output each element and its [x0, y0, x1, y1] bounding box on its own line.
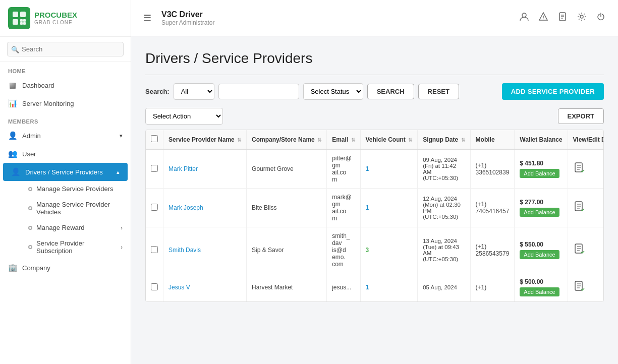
menu-icon[interactable]: ☰ — [143, 13, 151, 24]
header-email: Email ⇅ — [327, 130, 360, 149]
settings-icon[interactable] — [577, 12, 587, 24]
row-checkbox[interactable] — [151, 283, 158, 290]
document-icon[interactable] — [573, 165, 585, 176]
action-select[interactable]: Select Action Delete Selected — [145, 108, 223, 125]
select-all-checkbox[interactable] — [151, 135, 158, 142]
sidebar-sub-item-label: Service Provider Subscription — [36, 239, 117, 255]
header-checkbox-cell — [146, 130, 163, 149]
sidebar-item-label: Admin — [22, 132, 41, 140]
sidebar-item-user[interactable]: 👥 User — [0, 145, 131, 163]
svg-rect-6 — [20, 22, 23, 25]
search-input[interactable] — [218, 84, 299, 99]
signup-date-cell: 05 Aug, 2024 — [418, 273, 470, 302]
search-label: Search: — [145, 88, 170, 95]
document-cell — [568, 189, 604, 227]
signup-date-cell: 12 Aug, 2024 (Mon) at 02:30 PM (UTC:+05:… — [418, 189, 470, 227]
dashboard-icon: ▦ — [8, 81, 17, 90]
sidebar-item-company[interactable]: 🏢 Company — [0, 259, 131, 277]
svg-rect-3 — [13, 19, 18, 25]
main-content: ☰ V3C Driver Super Administrator — [131, 0, 618, 364]
signup-date-cell: 13 Aug, 2024 (Tue) at 09:43 AM (UTC:+05:… — [418, 227, 470, 273]
document-icon[interactable] — [573, 246, 585, 257]
header-company: Company/Store Name ⇅ — [247, 130, 327, 149]
add-balance-button[interactable]: Add Balance — [520, 169, 559, 178]
sidebar-item-label: Dashboard — [22, 82, 54, 89]
sort-icon: ⇅ — [408, 137, 412, 143]
sidebar-item-server-monitoring[interactable]: 📊 Server Monitoring — [0, 94, 131, 112]
export-button[interactable]: EXPORT — [558, 108, 604, 124]
sidebar-item-drivers-service-providers[interactable]: 👤 Drivers / Service Providers ▴ — [3, 163, 128, 181]
logo-icon — [8, 7, 30, 29]
wallet-cell: $ 451.80 Add Balance — [515, 149, 568, 189]
user-icon: 👥 — [8, 149, 17, 158]
row-checkbox[interactable] — [151, 204, 158, 211]
add-service-provider-button[interactable]: ADD SERVICE PROVIDER — [502, 83, 604, 100]
page-title: Drivers / Service Providers — [145, 50, 604, 75]
sidebar-sub-item-manage-vehicles[interactable]: Manage Service Provider Vehicles — [20, 197, 131, 220]
svg-point-10 — [543, 19, 544, 20]
sidebar-sub-item-label: Manage Reward — [36, 224, 84, 231]
vehicle-count-cell: 1 — [360, 149, 418, 189]
vehicle-count-cell: 3 — [360, 227, 418, 273]
page-content: Drivers / Service Providers Search: All … — [131, 36, 618, 364]
svg-rect-1 — [13, 12, 18, 17]
section-label-members: MEMBERS — [0, 112, 131, 127]
row-checkbox[interactable] — [151, 246, 158, 253]
power-icon[interactable] — [596, 12, 606, 24]
document-cell — [568, 273, 604, 302]
document-icon[interactable] — [557, 12, 568, 24]
email-cell: pitter@gmail.com — [327, 149, 360, 189]
chevron-down-icon: ▾ — [120, 133, 123, 139]
company-cell: Bite Bliss — [247, 189, 327, 227]
provider-name-link[interactable]: Mark Joseph — [168, 204, 203, 211]
provider-name-link[interactable]: Jesus V — [168, 284, 190, 291]
company-cell: Gourmet Grove — [247, 149, 327, 189]
svg-point-8 — [522, 13, 526, 17]
brand-name: PROCUBEX — [34, 11, 77, 20]
header-mobile: Mobile — [470, 130, 515, 149]
sidebar-sub-item-manage-service-providers[interactable]: Manage Service Providers — [20, 181, 131, 197]
chevron-right-icon: › — [121, 244, 123, 250]
row-checkbox[interactable] — [151, 165, 158, 172]
document-icon[interactable] — [573, 283, 585, 294]
mobile-cell: (+1) — [470, 273, 515, 302]
sidebar-sub-item-manage-reward[interactable]: Manage Reward › — [20, 220, 131, 235]
status-select[interactable]: Select Status Active Inactive — [303, 83, 363, 100]
company-cell: Sip & Savor — [247, 227, 327, 273]
reset-button[interactable]: RESET — [418, 84, 459, 99]
sidebar-item-label: User — [22, 150, 36, 158]
vehicle-count-cell: 1 — [360, 189, 418, 227]
sidebar-item-label: Drivers / Service Providers — [25, 168, 103, 176]
svg-rect-7 — [23, 22, 26, 25]
brand-tagline: GRAB CLONE — [34, 20, 77, 25]
document-icon[interactable] — [573, 204, 585, 215]
search-button[interactable]: SEARCH — [367, 84, 414, 99]
header-name: Service Provider Name ⇅ — [163, 130, 247, 149]
sidebar-item-admin[interactable]: 👤 Admin ▾ — [0, 127, 131, 145]
sidebar-search-input[interactable] — [7, 42, 124, 56]
provider-name-link[interactable]: Mark Pitter — [168, 165, 198, 172]
sidebar-item-dashboard[interactable]: ▦ Dashboard — [0, 76, 131, 94]
sidebar-sub-item-label: Manage Service Providers — [36, 185, 113, 193]
add-balance-button[interactable]: Add Balance — [520, 250, 559, 259]
sidebar-sub-item-service-provider-subscription[interactable]: Service Provider Subscription › — [20, 235, 131, 259]
header-title: V3C Driver Super Administrator — [161, 10, 513, 26]
provider-name-link[interactable]: Smith Davis — [168, 247, 201, 254]
dot-icon — [28, 206, 32, 210]
add-balance-button[interactable]: Add Balance — [520, 208, 559, 217]
add-balance-button[interactable]: Add Balance — [520, 287, 559, 296]
header-wallet: Wallet Balance — [515, 130, 568, 149]
user-profile-icon[interactable] — [519, 12, 529, 24]
company-icon: 🏢 — [8, 263, 17, 272]
table-row: Jesus V Harvest Market jesus... 1 05 Aug… — [146, 273, 604, 302]
sidebar-sub-item-label: Manage Service Provider Vehicles — [36, 201, 123, 216]
search-category-select[interactable]: All Name Email Mobile — [174, 83, 214, 100]
sort-icon: ⇅ — [461, 137, 465, 143]
alert-icon[interactable] — [538, 12, 548, 24]
sidebar-item-label: Company — [22, 264, 50, 272]
wallet-cell: $ 500.00 Add Balance — [515, 273, 568, 302]
app-subtitle: Super Administrator — [161, 19, 513, 26]
email-cell: mark@gmail.com — [327, 189, 360, 227]
server-monitoring-icon: 📊 — [8, 99, 17, 108]
app-title: V3C Driver — [161, 10, 513, 19]
